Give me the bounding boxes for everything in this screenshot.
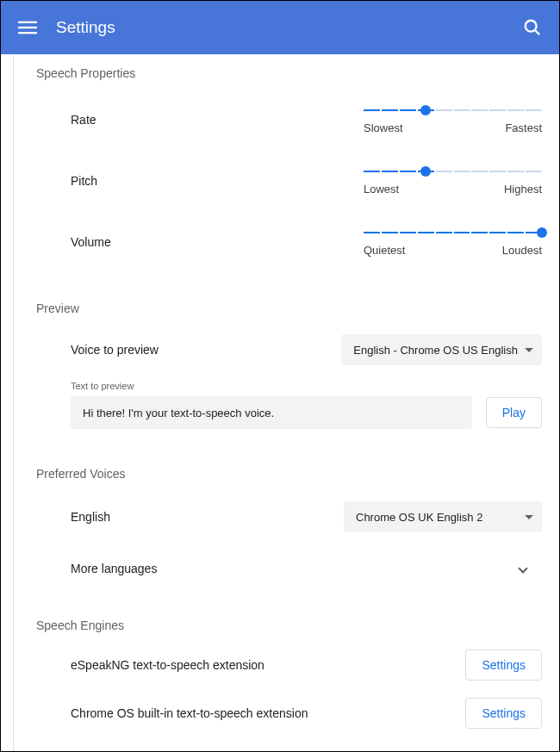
pitch-min-label: Lowest [364,183,399,196]
pitch-slider[interactable] [364,165,542,177]
voice-preview-selected: English - Chrome OS US English [353,344,518,357]
section-preferred-voices: Preferred Voices [31,444,542,489]
voice-preview-label: Voice to preview [71,343,341,357]
engine-row: eSpeakNG text-to-speech extension Settin… [31,641,542,689]
voice-preview-select[interactable]: English - Chrome OS US English [341,334,542,365]
engine-settings-button[interactable]: Settings [465,649,542,681]
search-icon[interactable] [523,18,542,37]
menu-icon[interactable] [18,18,37,37]
rate-row: Rate Slowest Fastest [31,89,542,150]
section-preview: Preview [31,272,542,324]
pitch-max-label: Highest [504,183,542,196]
preferred-english-row: English Chrome OS UK English 2 [31,489,542,544]
chevron-down-icon [525,348,533,352]
more-languages-row[interactable]: More languages [31,544,542,593]
play-button[interactable]: Play [486,397,542,428]
svg-rect-1 [18,27,37,28]
preferred-english-select[interactable]: Chrome OS UK English 2 [344,501,542,532]
engine-name: Chrome OS built-in text-to-speech extens… [71,706,465,720]
rate-slider[interactable] [364,104,542,116]
pitch-label: Pitch [71,174,364,188]
section-speech-properties: Speech Properties [31,54,542,89]
rate-label: Rate [71,113,364,127]
section-speech-engines: Speech Engines [31,593,542,641]
voice-preview-row: Voice to preview English - Chrome OS US … [31,324,542,376]
engine-settings-button[interactable]: Settings [465,698,542,729]
settings-content: Speech Properties Rate Slowest Fastest P… [13,54,559,752]
volume-min-label: Quietest [364,244,405,257]
engine-row: Chrome OS built-in text-to-speech extens… [31,689,542,737]
pitch-row: Pitch Lowest Highest [31,150,542,211]
rate-max-label: Fastest [505,121,542,134]
text-preview-row: Play [31,396,542,444]
text-preview-label: Text to preview [31,376,542,396]
more-languages-label: More languages [71,562,520,575]
volume-label: Volume [71,235,364,249]
preferred-english-label: English [71,510,344,524]
volume-row: Volume Quietest Loudest [31,211,542,272]
svg-rect-2 [18,32,37,34]
volume-slider[interactable] [364,227,542,239]
svg-point-3 [526,21,537,32]
engine-name: eSpeakNG text-to-speech extension [71,658,465,672]
svg-line-4 [535,30,540,35]
app-header: Settings [1,1,559,54]
text-preview-input[interactable] [71,396,472,429]
preferred-english-selected: Chrome OS UK English 2 [356,511,482,524]
svg-rect-0 [18,22,37,23]
volume-max-label: Loudest [502,244,542,257]
page-title: Settings [56,18,523,37]
rate-min-label: Slowest [364,121,403,134]
chevron-down-icon [518,563,527,573]
chevron-down-icon [525,515,533,519]
